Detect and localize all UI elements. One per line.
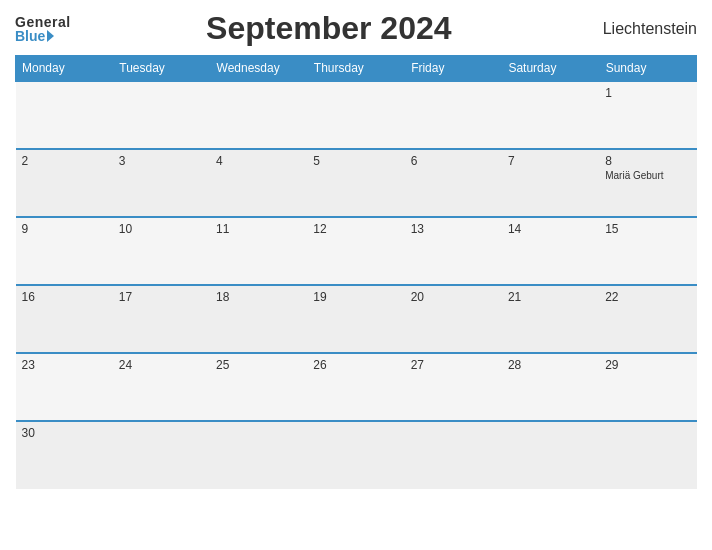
day-number: 24 <box>119 358 204 372</box>
day-number: 3 <box>119 154 204 168</box>
calendar-cell: 14 <box>502 217 599 285</box>
day-event: Mariä Geburt <box>605 170 663 181</box>
calendar-cell <box>113 81 210 149</box>
calendar-week-row: 16171819202122 <box>16 285 697 353</box>
day-number: 12 <box>313 222 398 236</box>
calendar-cell: 6 <box>405 149 502 217</box>
header: General Blue September 2024 Liechtenstei… <box>15 10 697 47</box>
calendar-cell: 29 <box>599 353 696 421</box>
calendar-cell: 5 <box>307 149 404 217</box>
day-number: 1 <box>605 86 690 100</box>
calendar-cell: 21 <box>502 285 599 353</box>
day-number: 5 <box>313 154 398 168</box>
day-number: 4 <box>216 154 301 168</box>
calendar-cell: 20 <box>405 285 502 353</box>
day-number: 29 <box>605 358 690 372</box>
calendar-cell: 22 <box>599 285 696 353</box>
calendar-header-row: Monday Tuesday Wednesday Thursday Friday… <box>16 56 697 82</box>
day-number: 10 <box>119 222 204 236</box>
day-number: 26 <box>313 358 398 372</box>
page: General Blue September 2024 Liechtenstei… <box>0 0 712 550</box>
day-number: 25 <box>216 358 301 372</box>
day-number: 11 <box>216 222 301 236</box>
day-number: 14 <box>508 222 593 236</box>
day-number: 21 <box>508 290 593 304</box>
calendar-title: September 2024 <box>71 10 587 47</box>
calendar-cell: 24 <box>113 353 210 421</box>
calendar-cell: 28 <box>502 353 599 421</box>
calendar-cell: 13 <box>405 217 502 285</box>
calendar-cell <box>210 421 307 489</box>
calendar-cell: 12 <box>307 217 404 285</box>
calendar-cell: 18 <box>210 285 307 353</box>
day-number: 16 <box>22 290 107 304</box>
calendar-cell: 26 <box>307 353 404 421</box>
logo-triangle-icon <box>47 30 54 42</box>
calendar-cell: 11 <box>210 217 307 285</box>
day-number: 18 <box>216 290 301 304</box>
calendar-cell: 16 <box>16 285 113 353</box>
calendar-cell <box>307 81 404 149</box>
day-number: 8 <box>605 154 690 168</box>
calendar-cell <box>405 421 502 489</box>
day-number: 19 <box>313 290 398 304</box>
calendar-week-row: 1 <box>16 81 697 149</box>
day-number: 7 <box>508 154 593 168</box>
calendar-cell: 8Mariä Geburt <box>599 149 696 217</box>
col-tuesday: Tuesday <box>113 56 210 82</box>
day-number: 17 <box>119 290 204 304</box>
calendar-cell: 2 <box>16 149 113 217</box>
calendar-cell: 19 <box>307 285 404 353</box>
day-number: 13 <box>411 222 496 236</box>
col-wednesday: Wednesday <box>210 56 307 82</box>
calendar-cell: 17 <box>113 285 210 353</box>
calendar-cell <box>405 81 502 149</box>
calendar-week-row: 30 <box>16 421 697 489</box>
calendar-cell: 1 <box>599 81 696 149</box>
calendar-cell <box>502 81 599 149</box>
day-number: 28 <box>508 358 593 372</box>
calendar-cell: 3 <box>113 149 210 217</box>
calendar-cell: 30 <box>16 421 113 489</box>
calendar-cell <box>16 81 113 149</box>
calendar-week-row: 23242526272829 <box>16 353 697 421</box>
calendar-cell <box>599 421 696 489</box>
day-number: 15 <box>605 222 690 236</box>
day-number: 22 <box>605 290 690 304</box>
calendar-cell <box>502 421 599 489</box>
calendar-cell: 27 <box>405 353 502 421</box>
calendar-cell: 15 <box>599 217 696 285</box>
calendar-cell: 4 <box>210 149 307 217</box>
calendar-cell: 25 <box>210 353 307 421</box>
day-number: 9 <box>22 222 107 236</box>
day-number: 20 <box>411 290 496 304</box>
col-sunday: Sunday <box>599 56 696 82</box>
calendar-cell <box>210 81 307 149</box>
country-label: Liechtenstein <box>587 20 697 38</box>
day-number: 6 <box>411 154 496 168</box>
calendar-cell <box>113 421 210 489</box>
day-number: 23 <box>22 358 107 372</box>
col-thursday: Thursday <box>307 56 404 82</box>
logo: General Blue <box>15 15 71 43</box>
calendar-cell: 7 <box>502 149 599 217</box>
calendar-week-row: 9101112131415 <box>16 217 697 285</box>
calendar-cell: 9 <box>16 217 113 285</box>
calendar-cell: 23 <box>16 353 113 421</box>
day-number: 2 <box>22 154 107 168</box>
col-friday: Friday <box>405 56 502 82</box>
day-number: 27 <box>411 358 496 372</box>
calendar-week-row: 2345678Mariä Geburt <box>16 149 697 217</box>
logo-blue-text: Blue <box>15 29 54 43</box>
col-monday: Monday <box>16 56 113 82</box>
calendar-cell <box>307 421 404 489</box>
logo-general-text: General <box>15 15 71 29</box>
day-number: 30 <box>22 426 107 440</box>
col-saturday: Saturday <box>502 56 599 82</box>
calendar-table: Monday Tuesday Wednesday Thursday Friday… <box>15 55 697 489</box>
calendar-cell: 10 <box>113 217 210 285</box>
